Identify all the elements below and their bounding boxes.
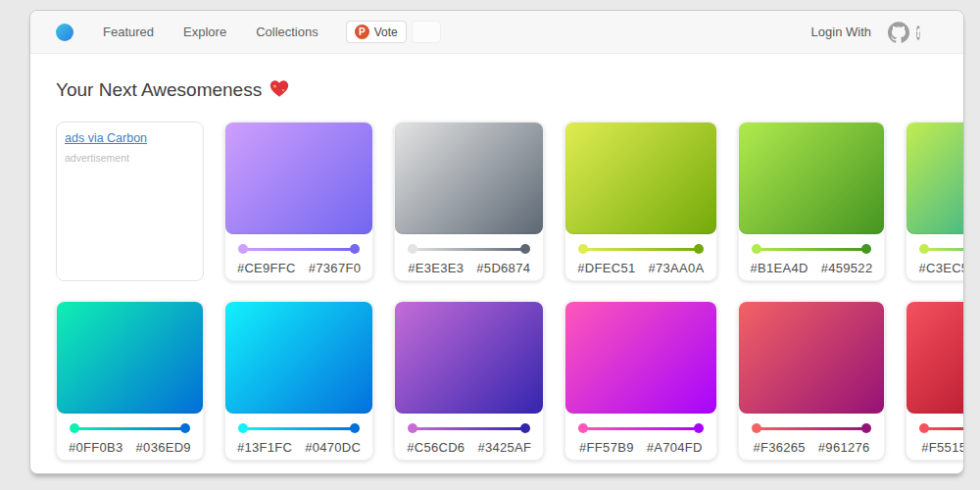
product-hunt-widget: P Vote [346,21,441,43]
gradient-swatch [739,302,885,414]
gradient-swatch [225,302,372,414]
palette-card-footer: #13F1FC #0470DC [225,414,372,455]
palette-grid: ads via Carbon advertisement #CE9FFC #73… [56,122,938,461]
palette-card-footer: #F36265 #961276 [739,414,885,455]
palette-card-footer: #C3EC52 #0BA29D [906,234,964,275]
hex-end[interactable]: #5D6874 [476,261,530,275]
palette-card-footer: #CE9FFC #7367F0 [225,234,372,275]
app-window: Featured Explore Collections P Vote Logi… [29,10,964,474]
slider-dot-end [861,423,871,433]
hex-codes: #FF57B9 #A704FD [577,440,704,455]
advertisement-label: advertisement [65,152,195,164]
gradient-swatch [565,122,715,234]
hex-start[interactable]: #E3E3E3 [408,261,464,275]
product-hunt-icon: P [355,24,369,39]
slider-dot-end [350,244,360,254]
hex-codes: #CE9FFC #7367F0 [237,261,361,275]
slider-dot-start [919,244,929,254]
hex-codes: #F5515F #A1051D [918,440,964,455]
slider-dot-end [861,244,871,254]
gradient-slider [752,423,872,433]
gradient-palette-card[interactable]: #FF57B9 #A704FD [564,301,716,461]
slider-dot-end [520,423,530,433]
hex-end[interactable]: #A704FD [647,440,703,455]
palette-card-footer: #FF57B9 #A704FD [565,414,715,455]
hex-codes: #DFEC51 #73AA0A [577,261,704,275]
hex-start[interactable]: #F5515F [921,440,964,455]
gradient-slider [919,244,964,254]
nav-item-featured[interactable]: Featured [103,24,154,39]
gradient-swatch [739,122,885,234]
hex-codes: #C56CD6 #3425AF [407,440,531,455]
slider-dot-start [752,423,761,433]
page-title: Your Next Awesomeness [56,78,938,102]
hex-end[interactable]: #0470DC [305,440,361,455]
gradient-slider [919,423,964,433]
hex-start[interactable]: #CE9FFC [237,261,296,275]
hex-start[interactable]: #B1EA4D [751,261,808,275]
github-login-icon[interactable] [888,22,909,43]
gradient-slider [238,244,360,254]
gradient-palette-card[interactable]: #C3EC52 #0BA29D [906,122,964,281]
nav-item-explore[interactable]: Explore [183,24,226,39]
slider-dot-end [520,244,530,254]
slider-line [923,248,964,251]
gradient-swatch [906,302,964,414]
gradient-swatch [225,122,372,234]
hex-start[interactable]: #FF57B9 [579,440,634,455]
facebook-login-icon[interactable]: f [916,22,938,43]
slider-dot-start [578,244,588,254]
vote-button[interactable]: P Vote [346,21,407,43]
hex-end[interactable]: #3425AF [477,440,531,455]
hex-codes: #E3E3E3 #5D6874 [407,261,531,275]
site-logo-icon[interactable] [56,24,74,41]
hex-end[interactable]: #036ED9 [136,440,191,455]
hex-codes: #13F1FC #0470DC [237,440,361,455]
hex-end[interactable]: #459522 [821,261,873,275]
hex-start[interactable]: #13F1FC [237,440,292,455]
vote-count-box[interactable] [412,21,441,43]
slider-line [756,248,868,251]
palette-card-footer: #0FF0B3 #036ED9 [57,414,203,455]
slider-line [242,248,356,251]
hex-start[interactable]: #DFEC51 [577,261,635,275]
slider-line [582,427,699,430]
hex-end[interactable]: #73AA0A [648,261,704,275]
hex-start[interactable]: #C56CD6 [407,440,465,455]
gradient-swatch [395,302,543,414]
slider-dot-start [70,423,79,433]
hex-start[interactable]: #0FF0B3 [69,440,123,455]
gradient-palette-card[interactable]: #13F1FC #0470DC [224,301,373,461]
slider-line [74,427,186,430]
hex-end[interactable]: #7367F0 [309,261,361,275]
login-with-label: Login With [811,24,871,39]
ads-via-carbon-link[interactable]: ads via Carbon [65,131,147,145]
slider-dot-start [919,423,929,433]
slider-dot-end [694,244,704,254]
page-title-text: Your Next Awesomeness [56,79,262,101]
slider-line [756,427,868,430]
slider-line [923,427,964,430]
hex-start[interactable]: #F36265 [753,440,805,455]
slider-dot-start [752,244,761,254]
gradient-palette-card[interactable]: #0FF0B3 #036ED9 [56,301,204,461]
nav-item-collections[interactable]: Collections [256,24,318,39]
gradient-slider [578,244,703,254]
gradient-palette-card[interactable]: #F5515F #A1051D [906,301,964,461]
hex-end[interactable]: #961276 [818,440,870,455]
carbon-ad-card: ads via Carbon advertisement [56,122,204,281]
gradient-palette-card[interactable]: #C56CD6 #3425AF [394,301,544,461]
gradient-palette-card[interactable]: #F36265 #961276 [738,301,886,461]
gradient-swatch [395,122,543,234]
gradient-palette-card[interactable]: #B1EA4D #459522 [738,122,886,281]
gradient-palette-card[interactable]: #E3E3E3 #5D6874 [394,122,544,281]
main-content: Your Next Awesomeness ads via Carbon adv… [30,78,963,461]
slider-line [412,427,526,430]
hex-codes: #0FF0B3 #036ED9 [69,440,191,455]
gradient-palette-card[interactable]: #DFEC51 #73AA0A [564,122,716,281]
slider-dot-start [408,244,417,254]
slider-dot-end [350,423,360,433]
gradient-swatch [57,302,203,414]
gradient-palette-card[interactable]: #CE9FFC #7367F0 [224,122,373,281]
hex-start[interactable]: #C3EC52 [918,261,964,275]
